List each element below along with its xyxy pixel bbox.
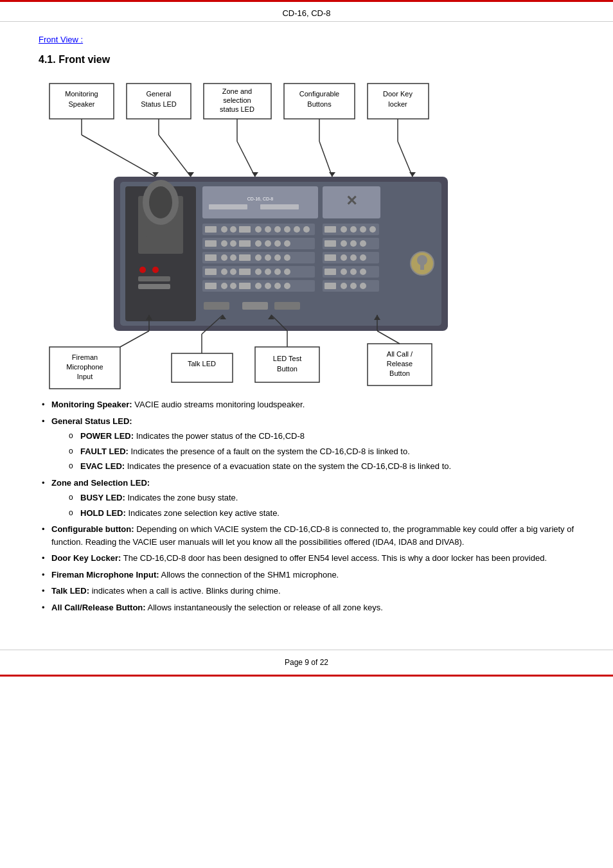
svg-point-54 xyxy=(274,226,281,233)
svg-point-66 xyxy=(284,240,290,247)
svg-text:status LED: status LED xyxy=(220,105,254,113)
svg-rect-94 xyxy=(204,302,229,310)
svg-point-60 xyxy=(221,240,227,247)
svg-rect-86 xyxy=(205,283,217,289)
svg-line-141 xyxy=(120,331,149,347)
svg-point-50 xyxy=(230,226,236,233)
svg-point-102 xyxy=(350,226,357,233)
svg-point-52 xyxy=(255,226,262,233)
bullet-door-key: Door Key Locker: The CD-16,CD-8 door has… xyxy=(39,552,574,565)
svg-point-70 xyxy=(230,254,236,261)
svg-point-64 xyxy=(265,240,271,247)
svg-marker-30 xyxy=(409,172,416,177)
svg-rect-77 xyxy=(205,269,217,275)
svg-rect-96 xyxy=(274,302,300,310)
sub-item-fault: FAULT LED: Indicates the presence of a f… xyxy=(67,445,574,458)
bullet-monitoring-speaker: Monitoring Speaker: VACIE audio streams … xyxy=(39,398,574,411)
sub-list-zone: BUSY LED: Indicates the zone busy state.… xyxy=(67,492,574,519)
svg-rect-68 xyxy=(205,254,217,261)
svg-point-53 xyxy=(265,226,271,233)
sub-item-hold: HOLD LED: Indicates zone selection key a… xyxy=(67,507,574,520)
bullet-text: The CD-16,CD-8 door has been designed to… xyxy=(123,553,547,563)
bullet-talk-led: Talk LED: indicates when a call is activ… xyxy=(39,585,574,598)
svg-rect-111 xyxy=(324,254,336,261)
svg-text:Input: Input xyxy=(77,373,93,380)
bullet-label: General Status LED: xyxy=(51,416,132,426)
svg-rect-46 xyxy=(260,204,299,209)
sub-label: HOLD LED: xyxy=(80,508,126,518)
svg-rect-132 xyxy=(172,353,233,382)
sub-text: Indicates the zone busy state. xyxy=(127,493,238,502)
svg-rect-45 xyxy=(209,204,247,209)
svg-rect-59 xyxy=(205,240,217,247)
sub-label: FAULT LED: xyxy=(80,447,129,456)
svg-point-57 xyxy=(303,226,310,233)
bullet-label: Fireman Microphone Input: xyxy=(51,570,159,580)
svg-marker-24 xyxy=(252,172,258,177)
svg-point-65 xyxy=(274,240,281,247)
sub-item-busy: BUSY LED: Indicates the zone busy state. xyxy=(67,492,574,504)
svg-rect-80 xyxy=(239,269,251,275)
bullet-general-status-led: General Status LED: POWER LED: Indicates… xyxy=(39,415,574,473)
svg-text:All Call /: All Call / xyxy=(387,350,413,358)
svg-rect-42 xyxy=(138,284,170,289)
svg-point-113 xyxy=(350,254,357,261)
sub-label: POWER LED: xyxy=(80,431,134,441)
diagram-container: Monitoring Speaker General Status LED Zo… xyxy=(43,77,570,398)
svg-point-93 xyxy=(284,283,290,289)
svg-line-23 xyxy=(237,141,255,177)
svg-text:Microphone: Microphone xyxy=(66,363,103,371)
bullet-all-call: All Call/Release Button: Allows instanta… xyxy=(39,601,574,614)
svg-point-122 xyxy=(341,283,347,289)
svg-text:Button: Button xyxy=(389,369,410,377)
svg-text:Button: Button xyxy=(277,365,298,373)
svg-point-75 xyxy=(284,254,290,261)
svg-line-26 xyxy=(319,141,332,177)
svg-text:Door Key: Door Key xyxy=(383,90,413,98)
svg-point-74 xyxy=(274,254,281,261)
svg-rect-89 xyxy=(239,283,251,289)
svg-point-72 xyxy=(255,254,262,261)
bullet-label: Configurable button: xyxy=(51,524,134,534)
svg-point-91 xyxy=(265,283,271,289)
svg-point-40 xyxy=(152,267,159,273)
svg-line-17 xyxy=(82,135,155,177)
sub-text: Indicates zone selection key active stat… xyxy=(128,508,280,518)
sub-text: Indicates the presence of a evacuation s… xyxy=(127,461,451,471)
svg-text:Buttons: Buttons xyxy=(307,100,332,108)
svg-point-107 xyxy=(341,240,347,247)
svg-point-108 xyxy=(350,240,357,247)
svg-point-117 xyxy=(341,269,347,275)
svg-rect-51 xyxy=(239,226,251,233)
svg-line-29 xyxy=(398,141,413,177)
bullet-label: Monitoring Speaker: xyxy=(51,400,132,409)
bullet-label: All Call/Release Button: xyxy=(51,603,146,612)
bullet-label: Zone and Selection LED: xyxy=(51,478,150,488)
svg-rect-41 xyxy=(138,276,170,281)
section-title: 4.1. Front view xyxy=(39,54,574,66)
svg-rect-37 xyxy=(155,225,166,238)
svg-text:Talk LED: Talk LED xyxy=(188,360,216,368)
section-title-text: Front view xyxy=(58,54,110,65)
svg-text:CD-16, CD-8: CD-16, CD-8 xyxy=(247,197,274,201)
svg-point-118 xyxy=(350,269,357,275)
svg-point-119 xyxy=(360,269,366,275)
svg-text:Speaker: Speaker xyxy=(69,100,95,108)
svg-point-109 xyxy=(360,240,366,247)
svg-text:locker: locker xyxy=(388,100,407,108)
svg-marker-18 xyxy=(152,172,159,177)
svg-text:Monitoring: Monitoring xyxy=(65,90,98,98)
svg-marker-27 xyxy=(329,172,335,177)
svg-point-112 xyxy=(341,254,347,261)
svg-point-63 xyxy=(255,240,262,247)
svg-rect-71 xyxy=(239,254,251,261)
front-view-link[interactable]: Front View : xyxy=(39,35,574,44)
bullet-text: VACIE audio streams monitoring loudspeak… xyxy=(134,400,305,409)
svg-rect-100 xyxy=(324,226,336,233)
svg-point-123 xyxy=(350,283,357,289)
svg-point-79 xyxy=(230,269,236,275)
svg-point-82 xyxy=(265,269,271,275)
svg-point-124 xyxy=(360,283,366,289)
svg-line-150 xyxy=(377,331,400,344)
svg-point-104 xyxy=(369,226,376,233)
